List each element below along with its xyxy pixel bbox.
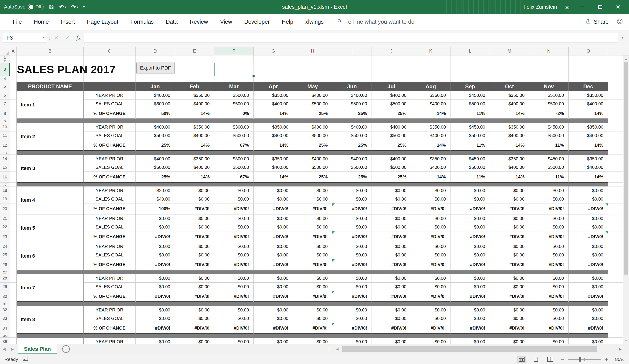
cell[interactable] — [451, 55, 490, 59]
cell[interactable]: $400.00 — [372, 91, 411, 100]
cell[interactable]: #DIV/0! — [175, 291, 214, 302]
maximize-button[interactable] — [595, 0, 605, 14]
cell[interactable]: $350.00 — [490, 123, 529, 131]
quick-access-customize-icon[interactable]: ▾ — [83, 5, 85, 9]
row-header-21[interactable]: 21 — [0, 214, 10, 223]
month-header-may[interactable]: May — [293, 82, 332, 91]
cell[interactable]: $400.00 — [175, 163, 214, 172]
scroll-down-icon[interactable]: ▼ — [623, 337, 629, 344]
month-header-nov[interactable]: Nov — [529, 82, 569, 91]
cell[interactable]: $0.00 — [175, 214, 214, 223]
cell[interactable]: 11% — [451, 140, 490, 151]
cell[interactable]: 14% — [569, 172, 608, 183]
row-header-17[interactable]: 17 — [0, 183, 10, 186]
ribbon-tab-insert[interactable]: Insert — [55, 14, 81, 30]
row-label[interactable]: SALES GOAL — [84, 163, 136, 172]
feedback-smiley-icon[interactable] — [617, 18, 623, 25]
cell[interactable] — [10, 123, 16, 131]
cell[interactable]: $600.00 — [136, 100, 175, 108]
row-label[interactable]: YEAR PRIOR — [84, 91, 136, 100]
cell[interactable]: #DIV/0! — [411, 259, 451, 270]
cell[interactable]: -2% — [529, 108, 569, 119]
row-header-19[interactable]: 19 — [0, 195, 10, 204]
cell[interactable] — [608, 314, 623, 323]
ribbon-tab-xlwings[interactable]: xlwings — [299, 14, 330, 30]
cell[interactable]: $350.00 — [254, 91, 293, 100]
select-all-corner[interactable] — [0, 47, 10, 55]
cell[interactable]: $350.00 — [490, 155, 529, 163]
cell[interactable]: $0.00 — [254, 214, 293, 223]
cell[interactable]: $0.00 — [293, 186, 332, 195]
cell[interactable]: $500.00 — [332, 131, 372, 140]
column-header-l[interactable]: L — [451, 47, 490, 55]
cell[interactable]: $0.00 — [136, 306, 175, 314]
share-button[interactable]: Share — [586, 18, 609, 25]
cell[interactable]: $500.00 — [529, 100, 569, 108]
cell[interactable]: $0.00 — [372, 195, 411, 204]
cell[interactable] — [10, 338, 16, 344]
cell[interactable] — [608, 55, 623, 59]
cell[interactable]: $450.00 — [451, 155, 490, 163]
ribbon-tab-formulas[interactable]: Formulas — [124, 14, 160, 30]
cell[interactable] — [254, 76, 293, 82]
cell[interactable]: #DIV/0! — [569, 291, 608, 302]
column-header-i[interactable]: I — [332, 47, 372, 55]
cell[interactable] — [608, 195, 623, 204]
cell[interactable] — [529, 76, 569, 82]
cell[interactable] — [10, 151, 16, 155]
cell[interactable]: $350.00 — [411, 123, 451, 131]
row-header-4[interactable]: 4 — [0, 76, 10, 82]
cell[interactable]: $400.00 — [411, 131, 451, 140]
cell[interactable] — [10, 204, 16, 214]
cell[interactable]: $0.00 — [214, 195, 254, 204]
cell[interactable]: $0.00 — [293, 274, 332, 283]
cell[interactable] — [10, 55, 16, 59]
cell[interactable] — [608, 334, 623, 338]
cell[interactable] — [529, 63, 569, 76]
cell[interactable]: $400.00 — [293, 155, 332, 163]
cell[interactable]: #DIV/0! — [293, 323, 332, 334]
month-header-aug[interactable]: Aug — [411, 82, 451, 91]
cell[interactable]: $0.00 — [254, 223, 293, 232]
cell[interactable] — [608, 91, 623, 100]
cell[interactable] — [608, 232, 623, 242]
cell[interactable]: $400.00 — [254, 100, 293, 108]
cell[interactable] — [608, 223, 623, 232]
name-box[interactable]: F3 ▾ — [3, 33, 47, 43]
cell[interactable]: 14% — [411, 140, 451, 151]
cell[interactable] — [608, 59, 623, 63]
ribbon-tab-home[interactable]: Home — [28, 14, 55, 30]
cell[interactable]: #DIV/0! — [214, 204, 254, 214]
cell[interactable]: $0.00 — [529, 242, 569, 251]
zoom-in-icon[interactable]: + — [604, 356, 609, 363]
cell[interactable]: $400.00 — [569, 131, 608, 140]
cell[interactable] — [293, 63, 332, 76]
cell[interactable]: $400.00 — [490, 131, 529, 140]
cell[interactable]: $0.00 — [214, 306, 254, 314]
cell[interactable]: $450.00 — [529, 123, 569, 131]
cell[interactable]: $0.00 — [529, 214, 569, 223]
cell[interactable]: $0.00 — [529, 223, 569, 232]
ribbon-display-options-icon[interactable] — [565, 4, 570, 9]
cell[interactable]: #DIV/0! — [136, 232, 175, 242]
horizontal-scrollbar[interactable]: ◀ ▶ — [328, 344, 629, 354]
ribbon-tab-review[interactable]: Review — [184, 14, 214, 30]
cell[interactable] — [608, 172, 623, 183]
cell[interactable]: $0.00 — [451, 214, 490, 223]
cell[interactable]: #DIV/0! — [254, 232, 293, 242]
vertical-scrollbar[interactable]: ▲ ▼ — [623, 55, 629, 344]
cell[interactable] — [372, 55, 411, 59]
row-header-16[interactable]: 16 — [0, 172, 10, 183]
cell[interactable]: $0.00 — [175, 223, 214, 232]
cell[interactable]: $0.00 — [254, 314, 293, 323]
row-label[interactable]: YEAR PRIOR — [84, 338, 136, 344]
cell[interactable] — [608, 100, 623, 108]
month-header-sep[interactable]: Sep — [451, 82, 490, 91]
undo-icon[interactable]: ↶▾ — [59, 4, 66, 10]
row-label[interactable]: SALES GOAL — [84, 251, 136, 259]
cell[interactable]: 14% — [569, 108, 608, 119]
row-header-23[interactable]: 23 — [0, 232, 10, 242]
cell[interactable]: $0.00 — [372, 251, 411, 259]
minimize-button[interactable] — [577, 0, 587, 14]
cell[interactable] — [10, 163, 16, 172]
